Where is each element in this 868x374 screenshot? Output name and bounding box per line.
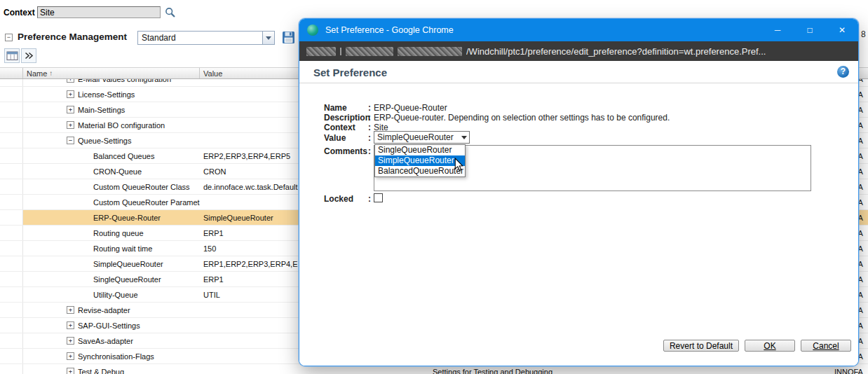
url-path: /Windchill/ptc1/preference/edit_preferen… — [466, 46, 766, 57]
row-name-cell[interactable]: CRON-Queue — [23, 167, 200, 176]
expand-icon[interactable]: + — [67, 368, 74, 374]
dropdown-option[interactable]: BalancedQueueRouter — [375, 166, 465, 176]
row-name-label: Material BO configuration — [78, 121, 165, 130]
mouse-cursor — [454, 158, 463, 174]
row-gutter — [0, 287, 23, 302]
dialog-buttons: Revert to Default OK Cancel — [663, 340, 851, 352]
row-gutter — [0, 226, 23, 240]
header-value-label: Value — [203, 69, 222, 78]
context-input[interactable] — [37, 6, 161, 18]
colon: : — [368, 123, 371, 132]
maximize-button[interactable]: □ — [794, 19, 826, 41]
expand-icon[interactable]: + — [67, 90, 74, 98]
value-dropdown-selected: SimpleQueueRouter — [374, 132, 459, 142]
row-gutter — [0, 256, 23, 271]
row-gutter — [0, 318, 23, 333]
row-name-cell[interactable]: Balanced Queues — [23, 152, 200, 160]
row-name-label: SimpleQueueRouter — [93, 260, 163, 268]
value-listbox: SingleQueueRouterSimpleQueueRouterBalanc… — [374, 144, 466, 177]
row-name-cell[interactable]: +Revise-adapter — [23, 306, 200, 314]
chevron-down-icon[interactable] — [262, 32, 274, 44]
set-preference-window: Set Preference - Google Chrome ─ □ ✕ /Wi… — [299, 19, 858, 366]
row-gutter — [0, 164, 23, 179]
row-name-label: Balanced Queues — [93, 152, 154, 160]
comments-label: Comments — [324, 146, 367, 156]
row-name-label: Utility-Queue — [93, 291, 138, 299]
row-gutter — [0, 87, 23, 102]
row-gutter — [0, 303, 23, 317]
row-name-label: Test & Debug — [78, 368, 124, 374]
row-name-label: Main-Settings — [78, 106, 125, 114]
dropdown-option[interactable]: SimpleQueueRouter — [375, 155, 465, 166]
colon: : — [368, 194, 371, 204]
header-name-label: Name — [27, 69, 47, 78]
help-icon[interactable]: ? — [837, 66, 849, 78]
expand-icon[interactable]: + — [67, 321, 74, 329]
header-name[interactable]: Name ↑ — [23, 68, 200, 78]
row-name-cell[interactable]: +Material BO configuration — [23, 121, 200, 130]
row-gutter — [0, 364, 23, 374]
windchill-favicon — [307, 25, 318, 36]
row-name-cell[interactable]: SimpleQueueRouter — [23, 260, 200, 268]
screen: Context − Preference Management Standard — [0, 0, 868, 374]
context-label: Context — [4, 8, 35, 18]
chevron-down-icon — [459, 136, 469, 139]
colon: : — [368, 113, 371, 123]
row-name-cell[interactable]: +SAP-GUI-Settings — [23, 321, 200, 330]
window-titlebar[interactable]: Set Preference - Google Chrome ─ □ ✕ — [299, 19, 858, 41]
search-icon[interactable] — [165, 7, 176, 21]
locked-checkbox[interactable] — [374, 193, 383, 202]
view-dropdown[interactable]: Standard — [137, 31, 275, 45]
window-title: Set Preference - Google Chrome — [325, 25, 761, 35]
row-name-cell[interactable]: +Main-Settings — [23, 106, 200, 114]
row-name-cell[interactable]: +E-Mail Values configuration — [23, 79, 200, 83]
divider — [299, 83, 858, 83]
value-label: Value — [324, 133, 367, 143]
dialog-body: Set Preference ? Name : ERP-Queue-Router… — [299, 61, 858, 366]
row-name-cell[interactable]: SingleQueueRouter — [23, 275, 200, 284]
save-icon[interactable] — [282, 31, 296, 45]
row-name-cell[interactable]: −Queue-Settings — [23, 137, 200, 145]
expand-icon[interactable]: + — [67, 106, 74, 113]
row-name-cell[interactable]: +License-Settings — [23, 90, 200, 99]
expand-icon[interactable]: + — [67, 306, 74, 314]
description-label: Description — [324, 113, 367, 123]
revert-to-default-button[interactable]: Revert to Default — [663, 340, 739, 352]
row-name-label: CRON-Queue — [93, 167, 142, 176]
expand-icon[interactable]: + — [67, 337, 74, 345]
row-gutter — [0, 333, 23, 348]
row-gutter — [0, 148, 23, 163]
redacted-block — [398, 47, 462, 56]
expand-icon[interactable]: + — [67, 352, 74, 360]
row-name-cell[interactable]: Custom QueueRouter Class — [23, 183, 200, 191]
row-name-cell[interactable]: Routing queue — [23, 229, 200, 237]
address-bar[interactable]: /Windchill/ptc1/preference/edit_preferen… — [299, 41, 858, 61]
expand-all-icon[interactable] — [21, 48, 36, 63]
value-dropdown[interactable]: SimpleQueueRouter — [374, 131, 470, 144]
minimize-button[interactable]: ─ — [761, 19, 794, 41]
row-gutter — [0, 179, 23, 194]
cancel-button[interactable]: Cancel — [801, 340, 851, 352]
row-name-cell[interactable]: ERP-Queue-Router — [23, 214, 200, 222]
description-value: ERP-Queue-router. Depending on selection… — [374, 113, 670, 123]
ok-button[interactable]: OK — [745, 340, 795, 352]
table-view-icon[interactable] — [4, 48, 20, 63]
row-name-cell[interactable]: +Test & Debug — [23, 368, 200, 374]
row-name-cell[interactable]: Utility-Queue — [23, 291, 200, 299]
dropdown-option[interactable]: SingleQueueRouter — [375, 145, 465, 155]
expand-icon[interactable]: + — [67, 79, 74, 83]
table-row[interactable]: +Test & DebugSettings for Testing and De… — [0, 364, 868, 374]
row-name-cell[interactable]: Routing wait time — [23, 244, 200, 253]
view-dropdown-value: Standard — [138, 32, 262, 44]
row-gutter — [0, 210, 23, 225]
row-name-cell[interactable]: +Synchronisation-Flags — [23, 352, 200, 361]
row-gutter — [0, 241, 23, 256]
collapse-section-icon[interactable]: − — [5, 34, 13, 41]
row-name-cell[interactable]: Custom QueueRouter Parameter — [23, 198, 200, 207]
name-value: ERP-Queue-Router — [374, 103, 447, 113]
expand-icon[interactable]: + — [67, 121, 74, 129]
collapse-icon[interactable]: − — [67, 137, 74, 144]
close-button[interactable]: ✕ — [826, 19, 858, 41]
row-name-label: Custom QueueRouter Parameter — [93, 198, 200, 207]
row-name-cell[interactable]: +SaveAs-adapter — [23, 337, 200, 345]
